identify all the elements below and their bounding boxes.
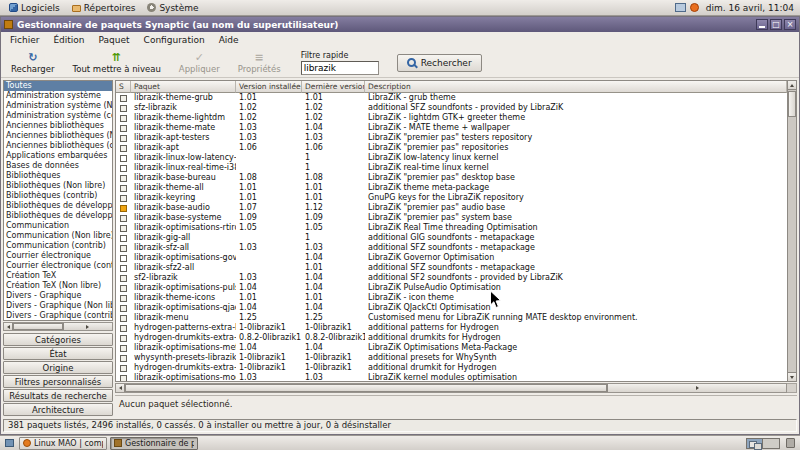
table-row[interactable]: librazik-base-bureau 1.08 1.08 LibraZiK … xyxy=(116,173,787,183)
category-item[interactable]: Divers - Graphique (Non libre) xyxy=(4,301,112,311)
panel-menu[interactable]: Logiciels xyxy=(3,0,66,15)
table-row[interactable]: librazik-optimisations-governor 1.04 Lib… xyxy=(116,253,787,263)
sidebar-horizontal-scrollbar[interactable] xyxy=(3,322,113,331)
category-item[interactable]: Anciennes bibliothèques (contrib) xyxy=(4,141,112,151)
table-row[interactable]: hydrogen-patterns-extra-librazik 1-0libr… xyxy=(116,323,787,333)
table-row[interactable]: librazik-optimisations-meta 1.04 1.04 Li… xyxy=(116,343,787,353)
table-row[interactable]: sfz-librazik 1.02 1.02 additional SFZ so… xyxy=(116,103,787,113)
sidebar-view-button[interactable]: Origine xyxy=(3,361,113,374)
scrollbar-thumb[interactable] xyxy=(788,91,796,117)
table-row[interactable]: whysynth-presets-librazik 1-0librazik1 1… xyxy=(116,353,787,363)
table-row[interactable]: librazik-theme-icons 1.01 1.01 LibraZiK … xyxy=(116,293,787,303)
table-row[interactable]: librazik-sfz2-all 1.01 additional SFZ so… xyxy=(116,263,787,273)
table-row[interactable]: librazik-linux-low-latency-i386 1 LibraZ… xyxy=(116,153,787,163)
toolbar-button[interactable]: Recharger xyxy=(5,52,61,74)
taskbar-window-button[interactable]: Gestionnaire de paqu... xyxy=(110,437,198,450)
category-item[interactable]: Administration système (Non libre) xyxy=(4,101,112,111)
workspace-1[interactable] xyxy=(747,439,763,448)
table-row[interactable]: librazik-theme-all 1.01 1.01 LibraZiK th… xyxy=(116,183,787,193)
display-tray-icon[interactable] xyxy=(675,3,686,12)
sidebar-view-button[interactable]: Résultats de recherche xyxy=(3,389,113,402)
scrollbar-thumb[interactable] xyxy=(13,323,63,330)
table-row[interactable]: hydrogen-drumkits-extra-librazik 1-0libr… xyxy=(116,363,787,373)
search-button[interactable]: Rechercher xyxy=(397,54,482,72)
category-item[interactable]: Anciennes bibliothèques (Non libre) xyxy=(4,131,112,141)
table-row[interactable]: librazik-optimisations-rtirq 1.05 1.05 L… xyxy=(116,223,787,233)
table-row[interactable]: librazik-theme-grub 1.01 1.01 LibraZiK -… xyxy=(116,93,787,103)
column-header-package[interactable]: Paquet xyxy=(131,81,236,93)
panel-menu[interactable]: Système xyxy=(141,0,204,15)
column-header-installed-version[interactable]: Version installée xyxy=(236,81,302,93)
minimize-button[interactable] xyxy=(756,19,768,30)
menu-item[interactable]: Fichier xyxy=(3,34,46,46)
category-item[interactable]: Création TeX xyxy=(4,271,112,281)
category-item[interactable]: Bibliothèques de développement (Non libr… xyxy=(4,211,112,221)
table-row[interactable]: librazik-base-audio 1.07 1.12 LibraZiK "… xyxy=(116,203,787,213)
table-row[interactable]: librazik-menu 1.25 1.25 Customised menu … xyxy=(116,313,787,323)
table-row[interactable]: librazik-gig-all 1 additional GIG soundf… xyxy=(116,233,787,243)
menu-item[interactable]: Édition xyxy=(46,34,91,46)
sidebar-view-button[interactable]: Catégories xyxy=(3,333,113,346)
table-row[interactable]: librazik-optimisations-modules 1.03 1.03… xyxy=(116,373,787,381)
sidebar-view-button[interactable]: Filtres personnalisés xyxy=(3,375,113,388)
category-item[interactable]: Création TeX (Non libre) xyxy=(4,281,112,291)
table-row[interactable]: librazik-optimisations-qjackctl 1.04 1.0… xyxy=(116,303,787,313)
column-header-description[interactable]: Description xyxy=(365,81,787,93)
scroll-left-arrow[interactable] xyxy=(4,323,13,330)
panel-menu[interactable]: Répertoires xyxy=(66,0,142,15)
close-button[interactable] xyxy=(784,19,796,30)
toolbar-button[interactable]: Propriétés xyxy=(232,52,287,74)
category-item[interactable]: Applications embarquées xyxy=(4,151,112,161)
table-row[interactable]: librazik-apt-testers 1.03 1.03 LibraZiK … xyxy=(116,133,787,143)
scroll-right-arrow[interactable] xyxy=(607,384,786,392)
table-row[interactable]: librazik-apt 1.06 1.06 LibraZiK "premier… xyxy=(116,143,787,153)
table-row[interactable]: librazik-base-systeme 1.09 1.09 LibraZiK… xyxy=(116,213,787,223)
column-header-status[interactable]: S xyxy=(116,81,131,93)
menu-item[interactable]: Configuration xyxy=(137,34,212,46)
toolbar-button[interactable]: Tout mettre à niveau xyxy=(67,52,167,74)
category-item[interactable]: Bibliothèques xyxy=(4,171,112,181)
category-item[interactable]: Communication xyxy=(4,221,112,231)
category-item[interactable]: Communication (Non libre) xyxy=(4,231,112,241)
table-row[interactable]: librazik-sfz-all 1.03 1.03 additional SF… xyxy=(116,243,787,253)
category-item[interactable]: Courrier électronique (contrib) xyxy=(4,261,112,271)
category-item[interactable]: Divers - Graphique (contrib) xyxy=(4,311,112,321)
updates-tray-icon[interactable] xyxy=(690,3,699,12)
titlebar[interactable]: Gestionnaire de paquets Synaptic (au nom… xyxy=(1,17,799,32)
category-item[interactable]: Divers - Graphique xyxy=(4,291,112,301)
show-desktop-button[interactable] xyxy=(2,437,16,449)
workspace-2[interactable] xyxy=(763,439,779,448)
table-row[interactable]: librazik-linux-real-time-i386 1 LibraZiK… xyxy=(116,163,787,173)
category-item[interactable]: Bibliothèques (contrib) xyxy=(4,191,112,201)
taskbar-window-button[interactable]: Linux MAO | compren... xyxy=(19,437,107,450)
trash-icon[interactable] xyxy=(786,438,795,448)
menu-item[interactable]: Paquet xyxy=(92,34,137,46)
table-horizontal-scrollbar[interactable] xyxy=(115,383,787,393)
sidebar-view-button[interactable]: État xyxy=(3,347,113,360)
category-item[interactable]: Bases de données xyxy=(4,161,112,171)
table-row[interactable]: librazik-theme-mate 1.03 1.04 LibraZiK -… xyxy=(116,123,787,133)
table-vertical-scrollbar[interactable] xyxy=(787,80,797,382)
table-row[interactable]: librazik-theme-lightdm 1.02 1.02 LibraZi… xyxy=(116,113,787,123)
column-header-latest-version[interactable]: Dernière version xyxy=(302,81,365,93)
scroll-left-arrow[interactable] xyxy=(116,384,125,392)
table-row[interactable]: hydrogen-drumkits-extra-librazik 0.8.2-0… xyxy=(116,333,787,343)
scroll-right-arrow[interactable] xyxy=(63,323,112,330)
toolbar-button[interactable]: Appliquer xyxy=(173,52,226,74)
table-row[interactable]: librazik-keyring 1.01 1.01 GnuPG keys fo… xyxy=(116,193,787,203)
menu-item[interactable]: Aide xyxy=(212,34,246,46)
table-row[interactable]: librazik-optimisations-pulse 1.04 1.04 L… xyxy=(116,283,787,293)
category-item[interactable]: Courrier électronique xyxy=(4,251,112,261)
table-row[interactable]: sf2-librazik 1.03 1.04 additional SF2 so… xyxy=(116,273,787,283)
category-item[interactable]: Administration système (contrib) xyxy=(4,111,112,121)
category-item[interactable]: Bibliothèques (Non libre) xyxy=(4,181,112,191)
sidebar-view-button[interactable]: Architecture xyxy=(3,403,113,416)
category-item[interactable]: Administration système xyxy=(4,91,112,101)
category-item[interactable]: Communication (contrib) xyxy=(4,241,112,251)
scroll-down-arrow[interactable] xyxy=(788,372,796,381)
clock[interactable]: dim. 16 avril, 11:04 xyxy=(703,3,797,13)
category-item[interactable]: Anciennes bibliothèques xyxy=(4,121,112,131)
category-item[interactable]: Bibliothèques de développement xyxy=(4,201,112,211)
scrollbar-thumb[interactable] xyxy=(125,384,607,392)
maximize-button[interactable] xyxy=(770,19,782,30)
